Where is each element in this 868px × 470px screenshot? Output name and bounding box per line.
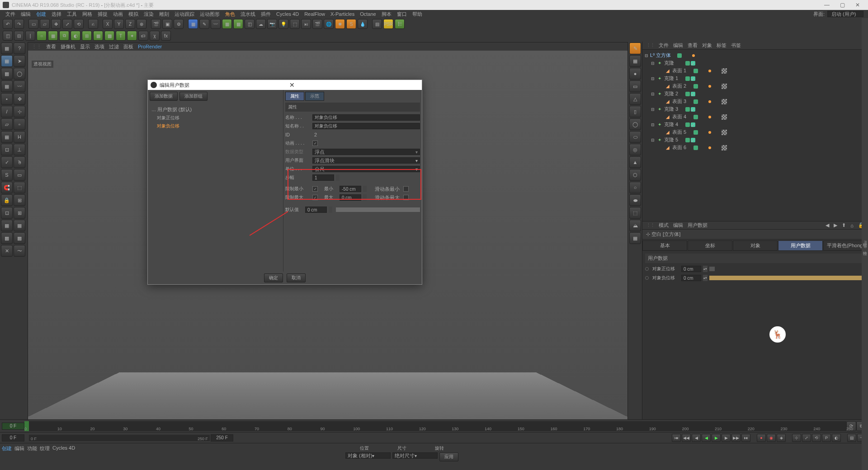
spline-icon[interactable]: 〰 [211, 19, 221, 29]
dlg-tab-attributes[interactable]: 属性 [285, 92, 304, 101]
effector-icon[interactable]: fx [161, 31, 171, 41]
undo-icon[interactable]: ↶ [3, 19, 13, 29]
attr-menu-mode[interactable]: 模式 [659, 222, 669, 229]
right-edge-strip[interactable]: 特征 R19特性 [862, 18, 868, 470]
menu-xparticles[interactable]: X-Particles [328, 11, 357, 17]
history-icon[interactable]: ⎌ [88, 19, 98, 29]
mat-tab-cycles[interactable]: Cycles 4D [52, 445, 75, 468]
dlg-tab-demo[interactable]: 示范 [305, 92, 324, 101]
grid-snap-icon[interactable]: ▦ [1, 220, 13, 231]
lasso-icon[interactable]: ◯ [14, 68, 25, 80]
cube-icon[interactable]: ▦ [188, 19, 198, 29]
chk-limit-max[interactable]: ✓ [312, 195, 318, 200]
mat-tab-function[interactable]: 功能 [27, 445, 37, 468]
pos-key-icon[interactable]: ⊹ [792, 434, 801, 442]
midpoint-snap-icon[interactable]: ▦ [14, 220, 25, 231]
menu-track[interactable]: 运动跟踪 [172, 11, 197, 18]
objmgr-menu-view[interactable]: 查看 [688, 42, 698, 49]
axis-y-icon[interactable]: Y [114, 19, 124, 29]
menu-realflow[interactable]: RealFlow [302, 11, 328, 17]
keyframe-sel-icon[interactable]: ◈ [777, 434, 786, 442]
menu-help[interactable]: 帮助 [410, 11, 425, 18]
snap-s-icon[interactable]: S [1, 169, 13, 181]
quantize-icon[interactable]: ⊞ [14, 194, 25, 206]
tree-item-cloner[interactable]: ⊟✦克隆 1✓ [644, 75, 866, 82]
menu-animate[interactable]: 动画 [110, 11, 126, 18]
spline-snap-icon[interactable]: 〜 [14, 245, 25, 257]
fld-default[interactable]: 0 cm [305, 207, 327, 213]
tree-item-cloner[interactable]: ⊟✦克隆 4✓ [644, 121, 866, 128]
tree-item-surface[interactable]: ◢表面 3 [644, 98, 866, 105]
spinner-icon[interactable] [363, 186, 367, 192]
objmgr-menu-tags[interactable]: 标签 [717, 42, 726, 49]
fld-max[interactable]: 0 cm [340, 194, 361, 201]
next-frame-icon[interactable]: ▶ [722, 434, 731, 442]
boole-icon[interactable]: ◐ [71, 31, 80, 41]
xpresso-icon[interactable]: χ [150, 31, 160, 41]
move-tool-icon[interactable]: ✥ [14, 93, 25, 105]
vp-menu-camera[interactable]: 摄像机 [61, 43, 75, 50]
userdata-tree[interactable]: … 用户数据 (默认) 对象正位移 对象负位移 [148, 103, 283, 272]
attr-menu-edit[interactable]: 编辑 [673, 222, 683, 229]
vp-menu-panel[interactable]: 面板 [123, 43, 133, 50]
poly-mode-icon[interactable]: ▱ [1, 118, 13, 130]
pyramid-obj-icon[interactable]: ▲ [629, 156, 641, 168]
cursor-icon[interactable]: ➤ [14, 55, 25, 67]
menu-pipeline[interactable]: 流水线 [238, 11, 258, 18]
spinner-icon[interactable]: ▴▾ [703, 266, 708, 272]
grip-icon[interactable]: ⋮⋮ [32, 44, 42, 50]
objmgr-menu-file[interactable]: 文件 [659, 42, 669, 49]
guide-snap-icon[interactable]: ▩ [14, 232, 25, 244]
grip-icon[interactable]: ⋮⋮ [646, 222, 654, 228]
goto-end-icon[interactable]: ⏭ [741, 434, 750, 442]
camera-icon[interactable]: 📷 [267, 19, 277, 29]
object-tree[interactable]: ⊟L⁰立方体 ⊟✦克隆✓◢表面 1⊟✦克隆 1✓◢表面 2⊟✦克隆 2✓◢表面 … [642, 50, 868, 221]
environment-icon[interactable]: ☁ [256, 19, 266, 29]
height-icon[interactable]: H [14, 131, 25, 143]
figure-obj-icon[interactable]: ⬚ [629, 207, 641, 219]
chk-slider-min[interactable] [403, 186, 409, 192]
tree-item-surface[interactable]: ◢表面 6 [644, 144, 866, 151]
fld-step[interactable]: 1 [312, 174, 334, 181]
scene-icon[interactable]: ⬚ [290, 19, 300, 29]
brush-icon[interactable]: ✎ [629, 42, 641, 54]
motion-icon[interactable]: ⏯ [301, 19, 311, 29]
dd-ui[interactable]: 浮点滑块▾ [312, 157, 420, 164]
fld-min[interactable]: -50 cm [340, 186, 361, 192]
menu-mesh[interactable]: 网格 [80, 11, 95, 18]
content-browser-icon[interactable]: ▤ [372, 19, 382, 29]
autokey-icon[interactable]: ◉ [767, 434, 776, 442]
uv-poly-icon[interactable]: ▦ [1, 131, 13, 143]
render-region-icon[interactable]: ▣ [162, 19, 172, 29]
menu-script[interactable]: 脚本 [379, 11, 394, 18]
play-forward-icon[interactable]: ▶ [712, 434, 721, 442]
tree-item-cloner[interactable]: ⊟✦克隆✓ [644, 59, 866, 67]
menu-octane[interactable]: Octane [357, 11, 378, 17]
axis-x-icon[interactable]: X [103, 19, 113, 29]
play-backward-icon[interactable]: ◀ [702, 434, 711, 442]
select-live-icon[interactable]: ▭ [28, 19, 38, 29]
platonic-obj-icon[interactable]: ⬡ [629, 169, 641, 181]
add-group-button[interactable]: 添加群组 [179, 92, 208, 101]
menu-edit[interactable]: 编辑 [18, 11, 33, 18]
tree-item-surface[interactable]: ◢表面 4 [644, 113, 866, 121]
tab-object[interactable]: 对象 [733, 240, 778, 251]
make-editable-icon[interactable]: ▦ [1, 42, 13, 54]
redo-icon[interactable]: ↷ [14, 19, 24, 29]
tag-icon[interactable]: 🏷 [138, 31, 148, 41]
axis-tool-icon[interactable]: ⊹ [14, 106, 25, 118]
close-button[interactable]: ✕ [850, 2, 865, 8]
vertex-snap-icon[interactable]: ⊡ [1, 207, 13, 219]
menu-render[interactable]: 渲染 [141, 11, 156, 18]
spinner-icon[interactable]: ▴▾ [703, 275, 708, 281]
record-icon[interactable]: ● [757, 434, 766, 442]
symmetry-icon[interactable]: ⧉ [59, 31, 69, 41]
tree-item-surface[interactable]: ◢表面 2 [644, 82, 866, 90]
sphere-obj-icon[interactable]: ● [629, 68, 641, 80]
scale-tool-icon[interactable]: ▫ [14, 118, 25, 130]
menu-tools[interactable]: 工具 [64, 11, 80, 18]
torus-obj-icon[interactable]: ◯ [629, 118, 641, 130]
tree-item-cloner[interactable]: ⊟✦克隆 3✓ [644, 105, 866, 113]
poly-snap-icon[interactable]: ▩ [1, 232, 13, 244]
octane-icon[interactable]: ✱ [335, 19, 345, 29]
